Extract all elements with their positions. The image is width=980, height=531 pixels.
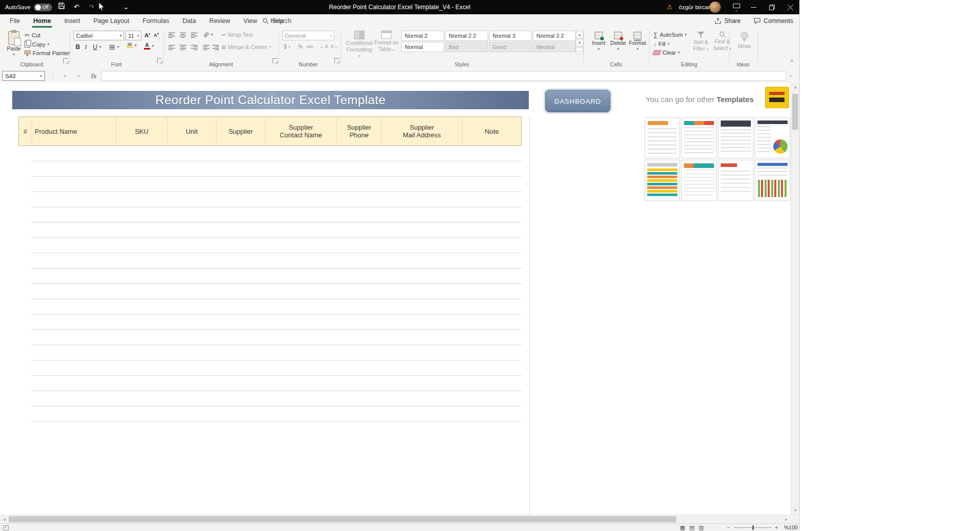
- insert-dropdown[interactable]: ▾: [598, 47, 600, 51]
- number-dialog-launcher[interactable]: [334, 58, 339, 63]
- align-bottom-button[interactable]: [191, 32, 198, 38]
- collapse-ribbon-button[interactable]: ^: [791, 59, 793, 65]
- borders-dropdown[interactable]: ▾: [117, 45, 119, 49]
- increase-font-button[interactable]: A▴: [144, 32, 150, 38]
- template-thumbnail[interactable]: [718, 117, 753, 158]
- scroll-up-button[interactable]: ▴: [791, 83, 800, 91]
- copy-dropdown[interactable]: ▾: [47, 42, 50, 46]
- column-header[interactable]: Supplier Contact Name: [265, 117, 337, 146]
- autosum-dropdown[interactable]: ▾: [685, 33, 687, 37]
- page-layout-view-button[interactable]: ▤: [689, 524, 694, 531]
- insert-function-button[interactable]: fx: [88, 71, 99, 81]
- scroll-left-button[interactable]: ◂: [0, 515, 9, 523]
- font-dialog-launcher[interactable]: [157, 58, 162, 63]
- tab-data[interactable]: Data: [176, 14, 202, 28]
- align-top-button[interactable]: [168, 32, 175, 38]
- fill-button[interactable]: ↓Fill▾: [653, 40, 670, 47]
- sheet-row[interactable]: [31, 391, 522, 406]
- sheet-row[interactable]: [31, 161, 522, 177]
- sheet-row[interactable]: [31, 146, 522, 161]
- decrease-font-button[interactable]: A▾: [154, 32, 159, 38]
- sheet-row[interactable]: [31, 299, 522, 315]
- increase-decimal-button[interactable]: ←.0: [320, 44, 328, 49]
- column-header[interactable]: Product Name: [32, 117, 116, 146]
- scroll-down-button[interactable]: ▾: [791, 506, 800, 515]
- style-good[interactable]: Good: [489, 42, 532, 52]
- merge-center-button[interactable]: ⊞Merge & Center▾: [222, 44, 272, 50]
- avatar[interactable]: [709, 2, 721, 13]
- close-button[interactable]: [781, 0, 799, 14]
- expand-formula-bar-button[interactable]: ⌄: [789, 73, 793, 78]
- conditional-formatting-button[interactable]: Conditional Formatting ▾: [345, 31, 374, 59]
- sheet-row[interactable]: [31, 223, 522, 238]
- tab-home[interactable]: Home: [27, 14, 58, 28]
- style-normal-2[interactable]: Normal 2: [401, 31, 444, 41]
- gallery-more-button[interactable]: ⌄: [576, 47, 583, 55]
- column-header[interactable]: #: [19, 117, 32, 146]
- font-color-button[interactable]: A▾: [144, 42, 154, 50]
- style-normal-3-2[interactable]: Normal 3 2: [533, 31, 576, 41]
- sheet-row[interactable]: [31, 376, 522, 391]
- zoom-in-button[interactable]: +: [775, 524, 778, 531]
- align-right-button[interactable]: [191, 44, 198, 50]
- sheet-row[interactable]: [31, 315, 522, 330]
- comments-button[interactable]: Comments: [754, 17, 793, 25]
- underline-button[interactable]: U▾: [93, 43, 101, 51]
- autosave-switch[interactable]: Off: [34, 4, 52, 11]
- orientation-button[interactable]: ab▾: [203, 32, 213, 37]
- redo-button[interactable]: ↷: [86, 0, 96, 14]
- formula-input[interactable]: [101, 71, 786, 81]
- worksheet[interactable]: Reorder Point Calculator Excel Template …: [0, 83, 791, 515]
- autosum-button[interactable]: ∑AutoSum▾: [653, 31, 687, 38]
- paste-button[interactable]: Paste ▾: [4, 30, 23, 57]
- alignment-dialog-launcher[interactable]: [273, 58, 278, 63]
- column-header[interactable]: Supplier: [216, 117, 265, 146]
- template-thumbnail[interactable]: [755, 117, 790, 158]
- cancel-button[interactable]: ×: [59, 71, 70, 81]
- clear-dropdown[interactable]: ▾: [678, 51, 680, 55]
- ribbon-display-options-icon[interactable]: ⌄: [729, 0, 744, 14]
- insert-cells-button[interactable]: Insert ▾: [589, 32, 608, 51]
- zoom-level[interactable]: %100: [784, 524, 798, 531]
- share-button[interactable]: Share: [715, 17, 741, 25]
- column-header[interactable]: Supplier Mail Address: [382, 117, 462, 146]
- tab-insert[interactable]: Insert: [58, 14, 87, 28]
- restore-button[interactable]: [763, 0, 781, 14]
- sheet-row[interactable]: [31, 207, 522, 223]
- accounting-format-button[interactable]: $▾: [284, 44, 290, 50]
- fill-color-dropdown[interactable]: ▾: [135, 43, 137, 47]
- ideas-button[interactable]: Ideas: [733, 32, 755, 49]
- scroll-right-button[interactable]: ▸: [782, 515, 791, 523]
- column-header[interactable]: Note: [462, 117, 521, 146]
- sheet-row[interactable]: [31, 284, 522, 299]
- font-size-select[interactable]: 11 ▾: [126, 31, 141, 40]
- template-thumbnail[interactable]: [755, 160, 790, 201]
- horizontal-scroll-thumb[interactable]: [9, 516, 676, 522]
- sheet-row[interactable]: [31, 192, 522, 207]
- style-normal-3[interactable]: Normal 3: [489, 31, 532, 41]
- tab-page-layout[interactable]: Page Layout: [87, 14, 136, 28]
- align-left-button[interactable]: [168, 44, 175, 50]
- format-dropdown[interactable]: ▾: [636, 47, 639, 51]
- accounting-dropdown[interactable]: ▾: [289, 45, 291, 49]
- sort-filter-button[interactable]: Sort & Filter ▾: [690, 31, 712, 52]
- clear-button[interactable]: Clear▾: [653, 50, 680, 56]
- wrap-text-button[interactable]: ↩Wrap Text: [222, 32, 253, 38]
- clipboard-dialog-launcher[interactable]: [63, 58, 68, 63]
- search-box[interactable]: Search: [262, 14, 291, 28]
- template-thumbnail[interactable]: [645, 160, 680, 201]
- gallery-up-button[interactable]: ▴: [576, 31, 583, 38]
- dashboard-button[interactable]: DASHBOARD: [545, 90, 610, 112]
- delete-dropdown[interactable]: ▾: [617, 47, 619, 51]
- style-bad[interactable]: Bad: [445, 42, 488, 52]
- template-thumbnail[interactable]: [718, 160, 753, 201]
- align-middle-button[interactable]: [180, 32, 186, 38]
- style-neutral[interactable]: Neutral: [533, 42, 576, 52]
- warning-icon[interactable]: ⚠: [667, 0, 673, 14]
- sheet-row[interactable]: [31, 253, 522, 269]
- font-family-select[interactable]: Calibri ▾: [74, 31, 124, 40]
- increase-indent-button[interactable]: [212, 44, 219, 50]
- format-cells-button[interactable]: Format ▾: [628, 32, 647, 51]
- sheet-row[interactable]: [31, 177, 522, 192]
- comma-style-button[interactable]: 000: [306, 44, 313, 49]
